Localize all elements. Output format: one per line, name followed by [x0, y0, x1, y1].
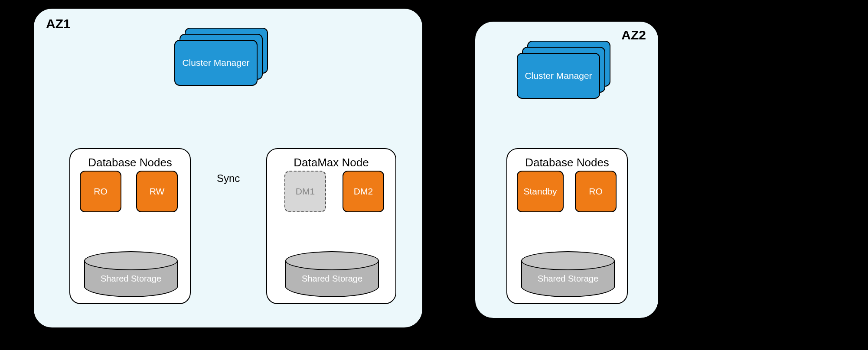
database-nodes-title: Database Nodes	[507, 156, 627, 169]
dm1-ghost-node: DM1	[284, 171, 326, 212]
dm2-node: DM2	[343, 171, 384, 212]
rw-node: RW	[136, 171, 178, 212]
datamax-title: DataMax Node	[267, 156, 395, 169]
standby-node: Standby	[517, 171, 564, 212]
cluster-manager-card-front: Cluster Manager	[517, 53, 600, 99]
cluster-manager-label: Cluster Manager	[182, 58, 249, 68]
architecture-diagram: AZ1 Cluster Manager Database Nodes Share…	[9, 0, 859, 350]
dm1-label: DM1	[296, 186, 315, 197]
az1-title: AZ1	[46, 16, 71, 31]
standby-label: Standby	[523, 186, 557, 197]
ro-node: RO	[80, 171, 121, 212]
storage-label: Shared Storage	[521, 274, 615, 284]
cluster-manager-label: Cluster Manager	[525, 71, 592, 81]
ro-label: RO	[94, 186, 108, 197]
ro-node: RO	[575, 171, 617, 212]
sync-edge-label: Sync	[217, 172, 240, 185]
dm2-label: DM2	[354, 186, 373, 197]
storage-label: Shared Storage	[84, 274, 178, 284]
ro-label: RO	[589, 186, 603, 197]
rw-label: RW	[150, 186, 165, 197]
cluster-manager-card-front: Cluster Manager	[174, 40, 258, 86]
storage-label: Shared Storage	[285, 274, 379, 284]
database-nodes-title: Database Nodes	[70, 156, 190, 169]
az2-title: AZ2	[621, 28, 646, 42]
